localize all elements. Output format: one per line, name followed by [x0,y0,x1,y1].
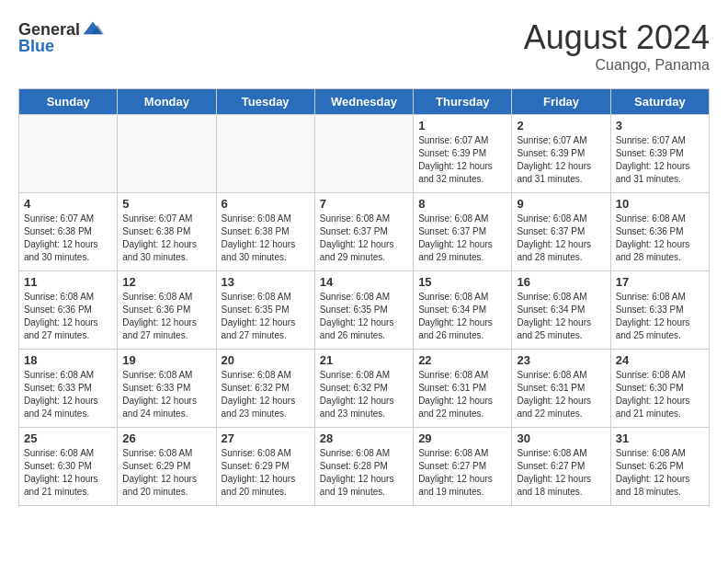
calendar-day-cell: 8Sunrise: 6:08 AM Sunset: 6:37 PM Daylig… [414,193,512,271]
day-number: 19 [122,353,210,367]
day-number: 14 [320,275,408,289]
day-info: Sunrise: 6:08 AM Sunset: 6:30 PM Dayligh… [24,447,112,499]
day-number: 23 [517,353,605,367]
day-info: Sunrise: 6:07 AM Sunset: 6:38 PM Dayligh… [24,213,112,264]
calendar-week-row: 25Sunrise: 6:08 AM Sunset: 6:30 PM Dayli… [19,428,710,506]
day-info: Sunrise: 6:07 AM Sunset: 6:39 PM Dayligh… [616,134,704,186]
calendar-day-cell: 18Sunrise: 6:08 AM Sunset: 6:33 PM Dayli… [19,350,118,428]
calendar-day-cell: 22Sunrise: 6:08 AM Sunset: 6:31 PM Dayli… [414,350,512,428]
calendar-day-cell: 27Sunrise: 6:08 AM Sunset: 6:29 PM Dayli… [216,428,314,506]
weekday-header: Friday [512,89,610,115]
day-number: 4 [24,197,112,211]
weekday-header: Wednesday [314,89,413,115]
calendar-day-cell [314,115,413,193]
day-number: 21 [320,353,408,367]
day-number: 7 [320,197,408,211]
calendar-day-cell: 14Sunrise: 6:08 AM Sunset: 6:35 PM Dayli… [314,271,413,350]
calendar-week-row: 4Sunrise: 6:07 AM Sunset: 6:38 PM Daylig… [19,193,710,271]
day-info: Sunrise: 6:08 AM Sunset: 6:38 PM Dayligh… [222,213,310,264]
day-info: Sunrise: 6:08 AM Sunset: 6:33 PM Dayligh… [616,291,704,342]
day-info: Sunrise: 6:08 AM Sunset: 6:32 PM Dayligh… [222,369,310,420]
location: Cuango, Panama [524,57,710,74]
day-info: Sunrise: 6:08 AM Sunset: 6:36 PM Dayligh… [616,213,704,264]
calendar-day-cell: 11Sunrise: 6:08 AM Sunset: 6:36 PM Dayli… [19,271,118,350]
calendar-day-cell [118,115,216,193]
day-number: 2 [517,119,605,132]
calendar-day-cell [216,115,314,193]
calendar-day-cell: 25Sunrise: 6:08 AM Sunset: 6:30 PM Dayli… [19,428,118,506]
calendar-day-cell: 31Sunrise: 6:08 AM Sunset: 6:26 PM Dayli… [610,428,709,506]
day-number: 27 [222,431,310,445]
day-info: Sunrise: 6:08 AM Sunset: 6:29 PM Dayligh… [222,447,310,499]
weekday-header: Thursday [414,89,512,115]
calendar-table: SundayMondayTuesdayWednesdayThursdayFrid… [18,88,710,506]
weekday-header: Sunday [19,89,118,115]
calendar-day-cell: 15Sunrise: 6:08 AM Sunset: 6:34 PM Dayli… [414,271,512,350]
calendar-day-cell: 9Sunrise: 6:08 AM Sunset: 6:37 PM Daylig… [512,193,610,271]
calendar-day-cell: 17Sunrise: 6:08 AM Sunset: 6:33 PM Dayli… [610,271,709,350]
day-number: 6 [222,197,310,211]
logo-blue-text: Blue [18,37,104,56]
day-number: 28 [320,431,408,445]
day-number: 17 [616,275,704,289]
calendar-day-cell: 2Sunrise: 6:07 AM Sunset: 6:39 PM Daylig… [512,115,610,193]
calendar-day-cell: 7Sunrise: 6:08 AM Sunset: 6:37 PM Daylig… [314,193,413,271]
calendar-day-cell: 5Sunrise: 6:07 AM Sunset: 6:38 PM Daylig… [118,193,216,271]
calendar-day-cell: 26Sunrise: 6:08 AM Sunset: 6:29 PM Dayli… [118,428,216,506]
calendar-day-cell: 29Sunrise: 6:08 AM Sunset: 6:27 PM Dayli… [414,428,512,506]
day-info: Sunrise: 6:08 AM Sunset: 6:35 PM Dayligh… [320,291,408,342]
day-number: 10 [616,197,704,211]
day-info: Sunrise: 6:08 AM Sunset: 6:28 PM Dayligh… [320,447,408,499]
day-number: 22 [418,353,506,367]
day-number: 31 [616,431,704,445]
day-number: 29 [418,431,506,445]
calendar-day-cell: 28Sunrise: 6:08 AM Sunset: 6:28 PM Dayli… [314,428,413,506]
day-number: 8 [418,197,506,211]
weekday-header: Monday [118,89,216,115]
calendar-day-cell: 1Sunrise: 6:07 AM Sunset: 6:39 PM Daylig… [414,115,512,193]
calendar-day-cell: 30Sunrise: 6:08 AM Sunset: 6:27 PM Dayli… [512,428,610,506]
calendar-day-cell [19,115,118,193]
day-info: Sunrise: 6:08 AM Sunset: 6:27 PM Dayligh… [517,447,605,499]
day-info: Sunrise: 6:08 AM Sunset: 6:26 PM Dayligh… [616,447,704,499]
day-number: 13 [222,275,310,289]
calendar-day-cell: 16Sunrise: 6:08 AM Sunset: 6:34 PM Dayli… [512,271,610,350]
calendar-day-cell: 24Sunrise: 6:08 AM Sunset: 6:30 PM Dayli… [610,350,709,428]
day-number: 11 [24,275,112,289]
day-info: Sunrise: 6:08 AM Sunset: 6:35 PM Dayligh… [222,291,310,342]
day-info: Sunrise: 6:08 AM Sunset: 6:37 PM Dayligh… [517,213,605,264]
weekday-header: Saturday [610,89,709,115]
day-number: 20 [222,353,310,367]
weekday-header-row: SundayMondayTuesdayWednesdayThursdayFrid… [19,89,710,115]
calendar-day-cell: 19Sunrise: 6:08 AM Sunset: 6:33 PM Dayli… [118,350,216,428]
day-info: Sunrise: 6:08 AM Sunset: 6:27 PM Dayligh… [418,447,506,499]
calendar-day-cell: 4Sunrise: 6:07 AM Sunset: 6:38 PM Daylig… [19,193,118,271]
day-info: Sunrise: 6:07 AM Sunset: 6:39 PM Dayligh… [517,134,605,186]
calendar-week-row: 18Sunrise: 6:08 AM Sunset: 6:33 PM Dayli… [19,350,710,428]
day-info: Sunrise: 6:07 AM Sunset: 6:38 PM Dayligh… [122,213,210,264]
calendar-day-cell: 13Sunrise: 6:08 AM Sunset: 6:35 PM Dayli… [216,271,314,350]
calendar-day-cell: 23Sunrise: 6:08 AM Sunset: 6:31 PM Dayli… [512,350,610,428]
month-title: August 2024 [524,18,710,57]
day-number: 25 [24,431,112,445]
day-number: 30 [517,431,605,445]
day-info: Sunrise: 6:08 AM Sunset: 6:32 PM Dayligh… [320,369,408,420]
day-number: 5 [122,197,210,211]
day-number: 3 [616,119,704,132]
day-info: Sunrise: 6:08 AM Sunset: 6:31 PM Dayligh… [517,369,605,420]
day-info: Sunrise: 6:07 AM Sunset: 6:39 PM Dayligh… [418,134,506,186]
day-info: Sunrise: 6:08 AM Sunset: 6:31 PM Dayligh… [418,369,506,420]
weekday-header: Tuesday [216,89,314,115]
day-info: Sunrise: 6:08 AM Sunset: 6:33 PM Dayligh… [122,369,210,420]
calendar-day-cell: 20Sunrise: 6:08 AM Sunset: 6:32 PM Dayli… [216,350,314,428]
day-info: Sunrise: 6:08 AM Sunset: 6:37 PM Dayligh… [320,213,408,264]
calendar-day-cell: 12Sunrise: 6:08 AM Sunset: 6:36 PM Dayli… [118,271,216,350]
day-info: Sunrise: 6:08 AM Sunset: 6:30 PM Dayligh… [616,369,704,420]
day-number: 1 [418,119,506,132]
day-number: 24 [616,353,704,367]
day-info: Sunrise: 6:08 AM Sunset: 6:33 PM Dayligh… [24,369,112,420]
day-info: Sunrise: 6:08 AM Sunset: 6:36 PM Dayligh… [122,291,210,342]
calendar-day-cell: 10Sunrise: 6:08 AM Sunset: 6:36 PM Dayli… [610,193,709,271]
calendar-day-cell: 6Sunrise: 6:08 AM Sunset: 6:38 PM Daylig… [216,193,314,271]
day-number: 12 [122,275,210,289]
